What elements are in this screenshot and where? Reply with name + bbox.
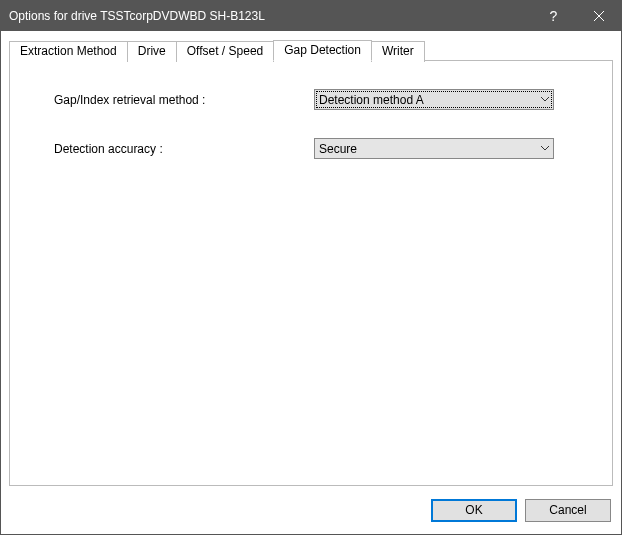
tab-gap-detection[interactable]: Gap Detection bbox=[273, 40, 372, 61]
tab-page-gap-detection: Gap/Index retrieval method : Detection m… bbox=[9, 60, 613, 486]
detection-accuracy-label: Detection accuracy : bbox=[34, 142, 314, 156]
tab-label: Writer bbox=[382, 44, 414, 58]
tab-extraction-method[interactable]: Extraction Method bbox=[9, 41, 128, 62]
title-bar: Options for drive TSSTcorpDVDWBD SH-B123… bbox=[1, 1, 621, 31]
help-button[interactable]: ? bbox=[531, 1, 576, 31]
dialog-window: Options for drive TSSTcorpDVDWBD SH-B123… bbox=[0, 0, 622, 535]
ok-button-label: OK bbox=[465, 503, 482, 517]
client-area: Extraction Method Drive Offset / Speed G… bbox=[1, 31, 621, 494]
cancel-button-label: Cancel bbox=[549, 503, 586, 517]
close-button[interactable] bbox=[576, 1, 621, 31]
tab-label: Extraction Method bbox=[20, 44, 117, 58]
retrieval-method-dropdown[interactable]: Detection method A bbox=[314, 89, 554, 110]
tab-drive[interactable]: Drive bbox=[127, 41, 177, 62]
dialog-footer: OK Cancel bbox=[1, 494, 621, 534]
ok-button[interactable]: OK bbox=[431, 499, 517, 522]
cancel-button[interactable]: Cancel bbox=[525, 499, 611, 522]
help-icon: ? bbox=[550, 9, 558, 23]
tab-label: Offset / Speed bbox=[187, 44, 264, 58]
row-retrieval-method: Gap/Index retrieval method : Detection m… bbox=[34, 89, 588, 110]
window-title: Options for drive TSSTcorpDVDWBD SH-B123… bbox=[9, 9, 531, 23]
tab-offset-speed[interactable]: Offset / Speed bbox=[176, 41, 275, 62]
detection-accuracy-value: Secure bbox=[315, 142, 536, 156]
close-icon bbox=[594, 11, 604, 21]
tab-writer[interactable]: Writer bbox=[371, 41, 425, 62]
chevron-down-icon bbox=[536, 90, 553, 109]
chevron-down-icon bbox=[536, 139, 553, 158]
tab-strip: Extraction Method Drive Offset / Speed G… bbox=[9, 39, 613, 60]
retrieval-method-label: Gap/Index retrieval method : bbox=[34, 93, 314, 107]
tab-label: Gap Detection bbox=[284, 43, 361, 57]
detection-accuracy-dropdown[interactable]: Secure bbox=[314, 138, 554, 159]
row-detection-accuracy: Detection accuracy : Secure bbox=[34, 138, 588, 159]
retrieval-method-value: Detection method A bbox=[315, 93, 536, 107]
tab-label: Drive bbox=[138, 44, 166, 58]
